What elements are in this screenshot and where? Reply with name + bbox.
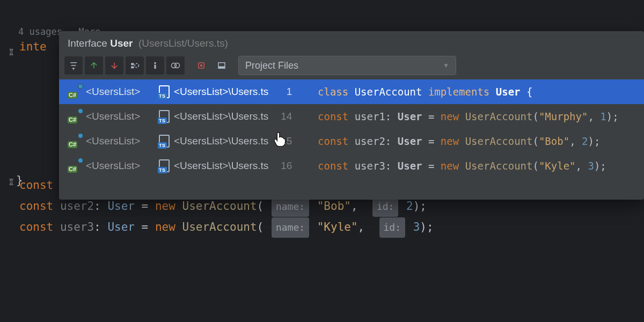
popup-title: Interface User (UsersList/Users.ts) — [59, 31, 644, 55]
find-usages-popup: Interface User (UsersList/Users.ts) Proj… — [59, 31, 644, 200]
popup-toolbar: Project Files ▼ — [59, 55, 644, 79]
usage-row[interactable]: <UsersList> TS <UsersList>\Users.ts 14 c… — [59, 104, 644, 129]
group-by-icon[interactable] — [166, 56, 185, 75]
prev-occurrence-icon[interactable] — [85, 56, 103, 75]
svg-point-4 — [175, 63, 180, 68]
filter-settings-icon[interactable] — [64, 56, 83, 75]
usage-snippet: const user2: User = new UserAccount("Bob… — [318, 135, 600, 147]
code-line[interactable]: const user3: User = new UserAccount( nam… — [19, 217, 644, 238]
svg-rect-8 — [218, 67, 225, 69]
usages-count[interactable]: 4 usages — [18, 26, 62, 37]
fold-gutter-icon[interactable] — [8, 43, 15, 63]
usage-row[interactable]: <UsersList> TS <UsersList>\Users.ts 15 c… — [59, 129, 644, 153]
svg-point-0 — [135, 63, 139, 68]
usage-snippet: const user1: User = new UserAccount("Mur… — [318, 111, 619, 122]
typescript-file-icon: TS — [159, 159, 170, 172]
open-tool-window-icon[interactable] — [213, 56, 231, 75]
svg-rect-1 — [155, 62, 156, 64]
info-icon[interactable] — [146, 56, 164, 75]
module-icon — [68, 85, 82, 99]
pin-icon[interactable] — [192, 56, 210, 75]
svg-point-6 — [200, 64, 203, 67]
scope-dropdown[interactable]: Project Files ▼ — [238, 56, 456, 75]
typescript-file-icon: TS — [159, 135, 170, 148]
usage-snippet: const user3: User = new UserAccount("Kyl… — [318, 160, 606, 172]
code-brace: } — [16, 174, 23, 187]
fold-gutter-icon[interactable] — [8, 173, 15, 193]
chevron-down-icon: ▼ — [443, 62, 449, 69]
typescript-file-icon: TS — [159, 85, 170, 98]
typescript-file-icon: TS — [159, 110, 170, 123]
next-occurrence-icon[interactable] — [105, 56, 123, 75]
parameter-hint: name: — [272, 217, 309, 238]
usages-list: <UsersList> TS <UsersList>\Users.ts 1 cl… — [59, 79, 644, 200]
usage-snippet: class UserAccount implements User { — [318, 86, 532, 98]
usage-row[interactable]: <UsersList> TS <UsersList>\Users.ts 1 cl… — [59, 79, 644, 104]
expand-all-icon[interactable] — [126, 56, 144, 75]
parameter-hint: id: — [379, 217, 406, 238]
scope-dropdown-label: Project Files — [245, 60, 298, 71]
module-icon — [68, 109, 82, 123]
usage-row[interactable]: <UsersList> TS <UsersList>\Users.ts 16 c… — [59, 153, 644, 178]
hand-cursor-icon — [273, 131, 287, 147]
module-icon — [68, 159, 82, 173]
svg-rect-2 — [155, 65, 156, 69]
module-icon — [68, 134, 82, 148]
